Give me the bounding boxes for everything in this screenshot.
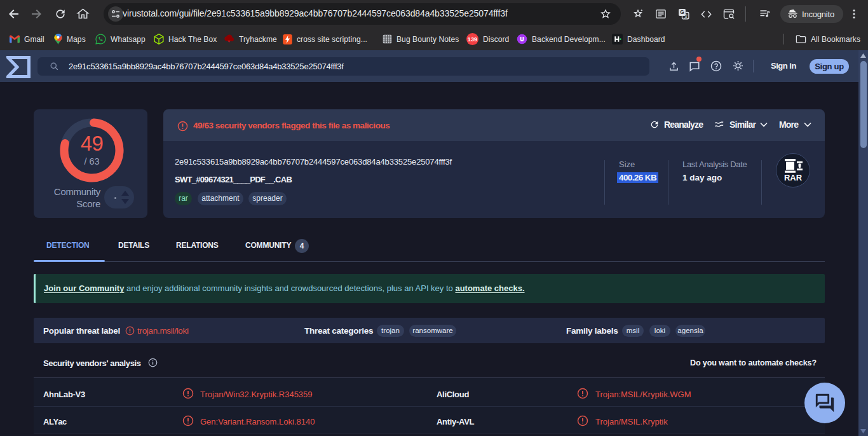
svg-text:文: 文 [684, 13, 689, 19]
